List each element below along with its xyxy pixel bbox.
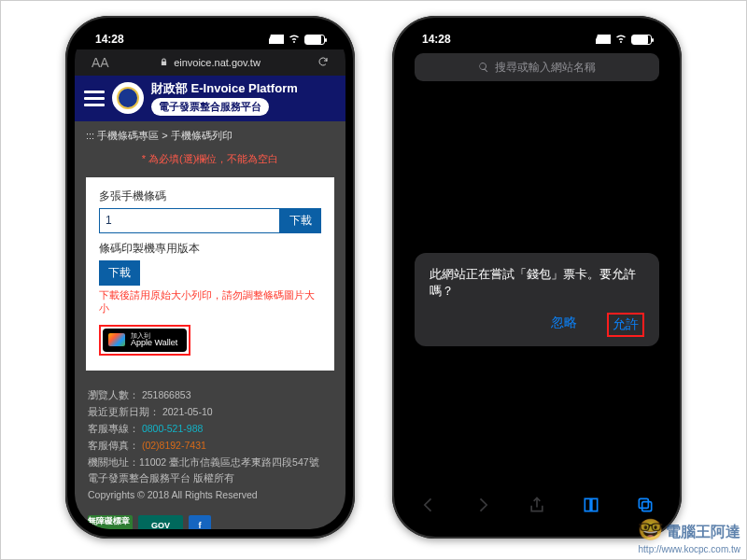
safari-search-field[interactable]: 搜尋或輸入網站名稱	[415, 53, 659, 81]
wallet-permission-dialog: 此網站正在嘗試「錢包」票卡。要允許嗎？ 忽略 允許	[415, 253, 659, 346]
app-navbar: 財政部 E-Invoice Platform 電子發票整合服務平台	[75, 76, 345, 121]
address-label: 機關地址：	[88, 456, 139, 468]
site-logo[interactable]	[112, 82, 144, 114]
menu-icon[interactable]	[84, 91, 105, 106]
facebook-badge[interactable]: f	[189, 515, 211, 529]
lock-icon	[160, 57, 168, 69]
reload-icon[interactable]	[317, 56, 329, 69]
wifi-icon	[288, 33, 301, 47]
search-icon	[478, 62, 489, 73]
screen-right: 14:28 搜尋或輸入網站名稱 此網站正在嘗試「錢包」票卡。要允許嗎？ 忽略 允…	[402, 25, 672, 529]
share-icon[interactable]	[528, 496, 546, 517]
address-domain: einvoice.nat.gov.tw	[174, 57, 261, 68]
multi-barcode-download-button[interactable]: 下載	[280, 208, 321, 233]
wallet-small-text: 加入到	[131, 332, 177, 340]
visits-value: 251866853	[142, 389, 191, 400]
required-note: * 為必填(選)欄位，不能為空白	[75, 150, 345, 174]
forward-icon[interactable]	[473, 496, 492, 517]
fax-label: 客服傳真：	[88, 440, 139, 451]
highlight-apple-wallet: 加入到 Apple Wallet	[99, 325, 190, 357]
site-subtitle-pill: 電子發票整合服務平台	[151, 98, 269, 116]
watermark: 🤓 電腦王阿達 http://www.kocpc.com.tw	[638, 518, 740, 555]
updated-value: 2021-05-10	[162, 406, 213, 417]
tabs-icon[interactable]	[636, 496, 655, 517]
svg-rect-0	[639, 498, 648, 508]
dialog-message: 此網站正在嘗試「錢包」票卡。要允許嗎？	[430, 266, 644, 300]
multi-barcode-input[interactable]	[99, 208, 280, 233]
phone-left: 14:28 AA einvoice.nat.gov.tw 財	[65, 16, 355, 539]
add-to-apple-wallet-button[interactable]: 加入到 Apple Wallet	[103, 329, 187, 353]
battery-icon	[304, 35, 325, 45]
status-time: 14:28	[95, 33, 124, 46]
address-value: 11002 臺北市信義區忠孝東路四段547號	[139, 456, 319, 468]
footer-badges: 無障礙標章2.0 GOV f	[75, 511, 345, 529]
site-title: 財政部 E-Invoice Platform	[151, 81, 298, 96]
dialog-allow-button[interactable]: 允許	[607, 313, 644, 337]
signal-icon	[269, 35, 284, 44]
safari-addressbar[interactable]: AA einvoice.nat.gov.tw	[75, 49, 345, 76]
screen-left: 14:28 AA einvoice.nat.gov.tw 財	[75, 25, 345, 529]
signal-icon	[596, 35, 611, 44]
gov-badge[interactable]: GOV	[138, 515, 183, 529]
phone-right: 14:28 搜尋或輸入網站名稱 此網站正在嘗試「錢包」票卡。要允許嗎？ 忽略 允…	[392, 16, 682, 539]
owner-text: 電子發票整合服務平台 版權所有	[88, 470, 332, 487]
text-size-icon[interactable]: AA	[92, 55, 109, 70]
printer-download-button[interactable]: 下載	[99, 260, 140, 286]
updated-label: 最近更新日期：	[88, 406, 160, 417]
wallet-main-text: Apple Wallet	[131, 338, 177, 347]
accessibility-badge[interactable]: 無障礙標章2.0	[88, 515, 133, 529]
svg-rect-1	[642, 501, 652, 511]
wallet-icon	[108, 333, 125, 346]
safari-toolbar	[402, 490, 672, 522]
resize-hint: 下載後請用原始大小列印，請勿調整條碼圖片大小	[99, 289, 321, 315]
watermark-url: http://www.kocpc.com.tw	[639, 544, 740, 554]
battery-icon	[631, 35, 652, 45]
notch	[476, 25, 598, 46]
form-card: 多張手機條碼 下載 條碼印製機專用版本 下載 下載後請用原始大小列印，請勿調整條…	[86, 177, 334, 371]
fax-value: (02)8192-7431	[142, 440, 206, 451]
printer-version-label: 條碼印製機專用版本	[99, 241, 321, 257]
watermark-name: 電腦王阿達	[666, 524, 740, 539]
watermark-mascot-icon: 🤓	[638, 518, 663, 541]
hotline-label: 客服專線：	[88, 423, 139, 434]
breadcrumb: ::: 手機條碼專區 > 手機條碼列印	[75, 121, 345, 150]
status-time: 14:28	[422, 33, 451, 46]
multi-barcode-label: 多張手機條碼	[99, 189, 321, 204]
hotline-value[interactable]: 0800-521-988	[142, 423, 203, 434]
visits-label: 瀏覽人數：	[88, 389, 139, 400]
page-footer: 瀏覽人數： 251866853 最近更新日期： 2021-05-10 客服專線：…	[75, 380, 345, 511]
back-icon[interactable]	[419, 496, 438, 517]
wifi-icon	[614, 33, 627, 47]
copyright-text: Copyrights © 2018 All Rights Reserved	[88, 487, 332, 504]
page-content: 財政部 E-Invoice Platform 電子發票整合服務平台 ::: 手機…	[75, 76, 345, 529]
search-placeholder: 搜尋或輸入網站名稱	[495, 60, 596, 76]
notch	[149, 25, 271, 46]
dialog-ignore-button[interactable]: 忽略	[547, 313, 581, 337]
bookmarks-icon[interactable]	[582, 496, 600, 517]
